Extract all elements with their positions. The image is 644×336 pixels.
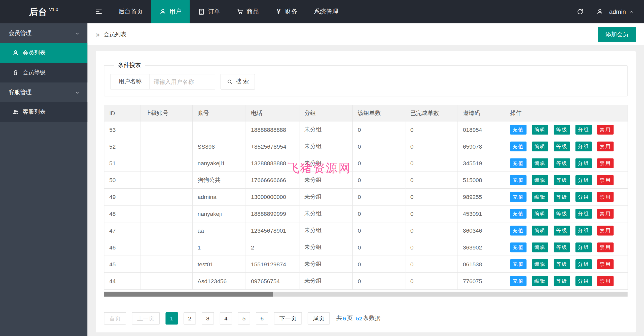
table-cell: 49 (104, 189, 140, 205)
collapse-sidebar-button[interactable] (87, 0, 110, 23)
disable-button[interactable]: 禁用 (597, 192, 614, 202)
page-button-page-5[interactable]: 5 (238, 312, 250, 324)
recharge-button[interactable]: 充值 (510, 259, 526, 269)
group-button[interactable]: 分组 (576, 226, 592, 235)
topnav-item-home[interactable]: 后台首页 (110, 0, 151, 23)
recharge-button[interactable]: 充值 (510, 242, 526, 252)
refresh-button[interactable] (569, 0, 591, 23)
table-cell: 0 (353, 155, 405, 172)
member-list-card: 条件搜索 用户名称 搜 索 (96, 51, 636, 332)
group-button[interactable]: 分组 (576, 259, 592, 269)
level-button[interactable]: 等级 (554, 158, 570, 168)
edit-button[interactable]: 编辑 (532, 259, 548, 269)
disable-button[interactable]: 禁用 (597, 125, 614, 135)
edit-button[interactable]: 编辑 (532, 209, 548, 219)
table-row: 48nanyakeji18888899999未分组00453091充值编辑等级分… (104, 205, 628, 222)
topnav-item-orders[interactable]: 订单 (190, 0, 228, 23)
table-cell: 0 (405, 273, 458, 289)
table-cell: 13288888888 (246, 155, 299, 172)
level-button[interactable]: 等级 (554, 226, 570, 235)
recharge-button[interactable]: 充值 (510, 209, 526, 219)
table-row: 47aa12345678901未分组00860346充值编辑等级分组禁用 (104, 222, 628, 239)
recharge-button[interactable]: 充值 (510, 142, 526, 151)
page-button-page-4[interactable]: 4 (220, 312, 232, 324)
person-icon (12, 50, 19, 56)
level-button[interactable]: 等级 (554, 242, 570, 252)
table-cell: 0 (405, 256, 458, 273)
edit-button[interactable]: 编辑 (532, 175, 548, 185)
table-cell: test01 (192, 256, 246, 273)
recharge-button[interactable]: 充值 (510, 226, 526, 235)
horizontal-scrollbar[interactable] (104, 292, 628, 297)
search-button[interactable]: 搜 索 (221, 74, 255, 90)
sidebar-item-member-list[interactable]: 会员列表 (0, 43, 87, 63)
level-button[interactable]: 等级 (554, 259, 570, 269)
page-button-prev: 上一页 (132, 312, 160, 324)
page-button-page-2[interactable]: 2 (184, 312, 196, 324)
level-button[interactable]: 等级 (554, 209, 570, 219)
table-cell: nanyakeji1 (192, 155, 246, 172)
group-button[interactable]: 分组 (576, 276, 592, 286)
disable-button[interactable]: 禁用 (597, 276, 614, 286)
page-button-next[interactable]: 下一页 (274, 312, 302, 324)
page-button-page-6[interactable]: 6 (256, 312, 268, 324)
sidebar-group-member-management[interactable]: 会员管理 (0, 23, 87, 43)
actions-cell: 充值编辑等级分组禁用 (505, 155, 628, 172)
sidebar-item-label: 会员列表 (23, 49, 46, 57)
disable-button[interactable]: 禁用 (597, 259, 614, 269)
page-button-page-1[interactable]: 1 (165, 312, 178, 324)
recharge-button[interactable]: 充值 (510, 125, 526, 135)
disable-button[interactable]: 禁用 (597, 142, 614, 151)
disable-button[interactable]: 禁用 (597, 158, 614, 168)
group-button[interactable]: 分组 (576, 209, 592, 219)
page-button-page-3[interactable]: 3 (202, 312, 214, 324)
topnav-item-finance[interactable]: ¥财务 (267, 0, 305, 23)
recharge-button[interactable]: 充值 (510, 192, 526, 202)
add-member-button[interactable]: 添加会员 (598, 26, 636, 42)
level-button[interactable]: 等级 (554, 142, 570, 151)
recharge-button[interactable]: 充值 (510, 276, 526, 286)
column-header-5: 分组 (299, 105, 352, 121)
level-button[interactable]: 等级 (554, 175, 570, 185)
disable-button[interactable]: 禁用 (597, 242, 614, 252)
level-button[interactable]: 等级 (554, 125, 570, 135)
table-cell: 0 (353, 121, 405, 138)
recharge-button[interactable]: 充值 (510, 175, 526, 185)
edit-button[interactable]: 编辑 (532, 158, 548, 168)
edit-button[interactable]: 编辑 (532, 125, 548, 135)
page-button-last[interactable]: 尾页 (308, 312, 330, 324)
sidebar-item-member-level[interactable]: 会员等级 (0, 63, 87, 82)
column-header-1: ID (104, 105, 140, 121)
edit-button[interactable]: 编辑 (532, 276, 548, 286)
sidebar-item-service-list[interactable]: 客服列表 (0, 102, 87, 122)
disable-button[interactable]: 禁用 (597, 226, 614, 235)
group-button[interactable]: 分组 (576, 192, 592, 202)
app-logo[interactable]: 后台 V1.0 (0, 0, 87, 23)
edit-button[interactable]: 编辑 (532, 192, 548, 202)
group-button[interactable]: 分组 (576, 142, 592, 151)
edit-button[interactable]: 编辑 (532, 226, 548, 235)
group-button[interactable]: 分组 (576, 242, 592, 252)
people-icon (12, 109, 19, 115)
username-input[interactable] (150, 74, 215, 90)
disable-button[interactable]: 禁用 (597, 209, 614, 219)
edit-button[interactable]: 编辑 (532, 242, 548, 252)
level-button[interactable]: 等级 (554, 192, 570, 202)
edit-button[interactable]: 编辑 (532, 142, 548, 151)
topnav-item-goods[interactable]: 商品 (228, 0, 267, 23)
table-cell: admina (192, 189, 246, 205)
user-menu[interactable]: admin (591, 0, 644, 23)
topnav-item-system[interactable]: 系统管理 (306, 0, 347, 23)
table-cell: 未分组 (299, 189, 352, 205)
group-button[interactable]: 分组 (576, 158, 592, 168)
topnav-item-users[interactable]: 用户 (151, 0, 190, 23)
group-button[interactable]: 分组 (576, 175, 592, 185)
scrollbar-thumb[interactable] (104, 292, 273, 297)
group-button[interactable]: 分组 (576, 125, 592, 135)
recharge-button[interactable]: 充值 (510, 158, 526, 168)
table-cell: 未分组 (299, 256, 352, 273)
disable-button[interactable]: 禁用 (597, 175, 614, 185)
table-cell (192, 121, 246, 138)
sidebar-group-service-management[interactable]: 客服管理 (0, 82, 87, 102)
level-button[interactable]: 等级 (554, 276, 570, 286)
